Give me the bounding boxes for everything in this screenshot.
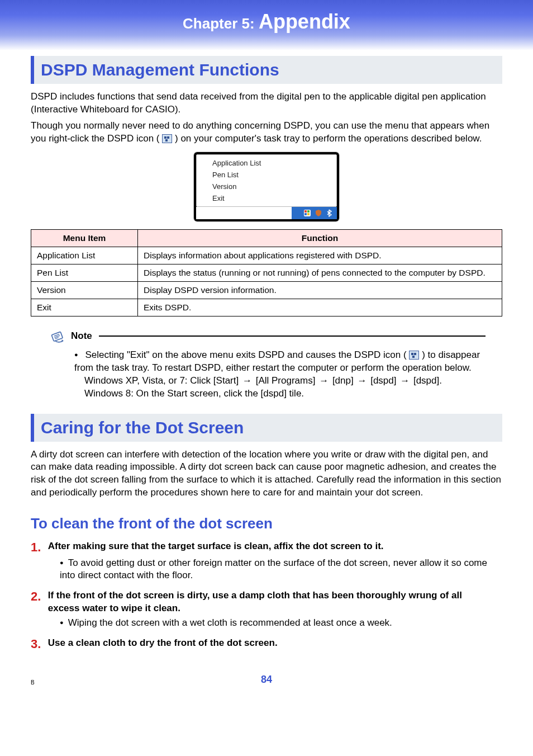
arrow-icon: → (242, 375, 252, 388)
flag-icon (303, 209, 311, 217)
arrow-icon: → (400, 375, 410, 388)
section-header-dspd: DSPD Management Functions (31, 56, 502, 84)
svg-rect-4 (307, 213, 310, 215)
cell-func: Displays the status (running or not runn… (138, 264, 502, 281)
shield-icon (315, 209, 322, 217)
section-title: DSPD Management Functions (41, 60, 496, 79)
section-header-caring: Caring for the Dot Screen (31, 414, 502, 442)
context-menu-screenshot: Application List Pen List Version Exit (194, 152, 339, 221)
paragraph: DSPD includes functions that send data r… (31, 91, 502, 116)
table-row: Pen List Displays the status (running or… (31, 264, 502, 281)
menu-item-pen-list[interactable]: Pen List (197, 169, 336, 181)
step-number: 2. (31, 589, 45, 604)
note-rule (99, 336, 486, 337)
step-number: 3. (31, 637, 45, 651)
col-header-function: Function (138, 229, 502, 247)
page-footer: B 84 (0, 674, 533, 697)
svg-line-8 (55, 337, 58, 338)
svg-rect-3 (304, 213, 307, 215)
arrow-icon: → (319, 375, 329, 388)
text-run: Selecting "Exit" on the above menu exits… (85, 349, 406, 360)
subsection-title: To clean the front of the dot screen (31, 515, 502, 532)
cell-func: Displays information about applications … (138, 247, 502, 264)
footer-mark: B (31, 679, 35, 686)
dspd-tray-icon (409, 351, 419, 360)
note-win8-line: Windows 8: On the Start screen, click th… (84, 388, 486, 400)
chapter-prefix: Chapter 5: (183, 15, 259, 32)
chapter-title: Appendix (259, 10, 350, 33)
step-1: 1. After making sure that the target sur… (31, 540, 502, 582)
paragraph: Though you normally never need to do any… (31, 120, 502, 145)
chapter-header: Chapter 5: Appendix (0, 0, 533, 50)
arrow-icon: → (357, 375, 367, 388)
note-icon (47, 327, 66, 346)
svg-rect-2 (307, 210, 310, 212)
table-row: Exit Exits DSPD. (31, 299, 502, 316)
text-run: Windows XP, Vista, or 7: Click [Start] (84, 375, 241, 386)
bluetooth-icon (326, 209, 334, 217)
cell-item: Application List (31, 247, 138, 264)
note-label: Note (71, 330, 92, 342)
svg-rect-1 (304, 210, 307, 212)
text-run: [All Programs] (256, 375, 316, 386)
step-3: 3. Use a clean cloth to dry the front of… (31, 637, 502, 651)
note-bullet: Selecting "Exit" on the above menu exits… (74, 349, 486, 375)
menu-item-application-list[interactable]: Application List (197, 157, 336, 169)
table-row: Version Display DSPD version information… (31, 281, 502, 299)
menu-item-exit[interactable]: Exit (197, 192, 336, 204)
step-number: 1. (31, 540, 45, 555)
dspd-tray-icon (162, 134, 172, 143)
note-block: Note Selecting "Exit" on the above menu … (47, 327, 486, 400)
text-run: ) on your computer's task tray to perfor… (175, 133, 482, 144)
text-run: [dnp] (332, 375, 354, 386)
note-nav-line: Windows XP, Vista, or 7: Click [Start] →… (84, 375, 486, 388)
step-heading: If the front of the dot screen is dirty,… (48, 589, 495, 614)
paragraph: A dirty dot screen can interfere with de… (31, 448, 502, 500)
step-body: To avoid getting dust or other foreign m… (60, 557, 502, 582)
page-number: 84 (261, 674, 272, 685)
step-heading: After making sure that the target surfac… (48, 540, 495, 552)
step-2: 2. If the front of the dot screen is dir… (31, 589, 502, 629)
function-table: Menu Item Function Application List Disp… (31, 229, 502, 316)
cell-item: Version (31, 281, 138, 299)
cell-item: Pen List (31, 264, 138, 281)
menu-item-version[interactable]: Version (197, 181, 336, 192)
table-row: Application List Displays information ab… (31, 247, 502, 264)
cell-item: Exit (31, 299, 138, 316)
section-title: Caring for the Dot Screen (41, 418, 496, 437)
text-run: [dspd] (370, 375, 396, 386)
text-run: [dspd]. (413, 375, 442, 386)
col-header-menu-item: Menu Item (31, 229, 138, 247)
task-tray (196, 207, 337, 219)
page-content: DSPD Management Functions DSPD includes … (0, 56, 533, 651)
step-heading: Use a clean cloth to dry the front of th… (48, 637, 495, 649)
svg-marker-9 (62, 339, 64, 342)
cell-func: Display DSPD version information. (138, 281, 502, 299)
step-body: Wiping the dot screen with a wet cloth i… (60, 617, 502, 629)
cell-func: Exits DSPD. (138, 299, 502, 316)
